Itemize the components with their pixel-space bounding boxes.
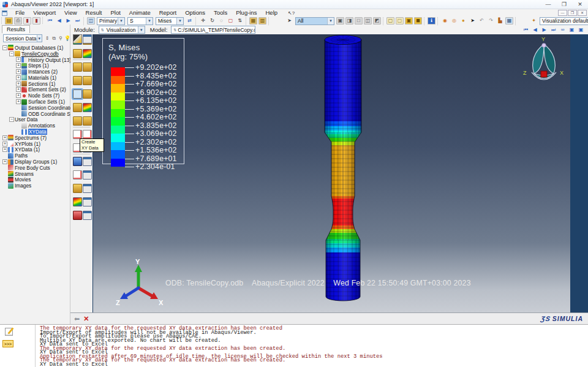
annotate-icon[interactable] [73,34,82,44]
maximize-button[interactable]: ❐ [556,0,572,9]
context-help-icon[interactable]: ↖? [288,10,295,16]
animate-time-history-icon[interactable] [73,130,82,139]
plot-material-orientations-icon[interactable] [73,103,82,112]
magnify-view-icon[interactable]: ◌ [217,17,225,25]
model-combo[interactable]: ⇅C:/SIMULIA_TEMP/TensileCopy.odb▼ [171,26,255,34]
last-frame-icon[interactable]: ⏭ [74,17,81,25]
orientations-options-icon[interactable] [83,103,92,112]
menu-viewport[interactable]: Viewport [29,9,60,16]
create-display-group-icon[interactable] [73,170,82,180]
last-image-icon[interactable]: ⏭ [549,26,557,34]
snapshot-icon[interactable]: ▣ [577,26,585,34]
message-area[interactable]: >>> The temporary XY data for the reques… [0,324,588,367]
tree-item-xydata[interactable]: XYData [0,129,70,135]
menu-animate[interactable]: Animate [125,9,155,16]
first-image-icon[interactable]: ⏮ [522,26,530,34]
sync-viewports-icon[interactable]: ⇄ [186,17,194,25]
tips-icon[interactable]: 💡 [64,35,70,42]
previous-image-icon[interactable]: ◀ [531,26,539,34]
add-displayed-icon[interactable]: ◨ [345,17,353,25]
render-wireframe-icon[interactable]: ▢ [386,17,394,25]
menu-file[interactable]: File [11,9,29,16]
tree-item-sections-1[interactable]: +Sections (1) [0,81,70,87]
viewport-restore-icon[interactable] [2,10,7,16]
menu-help[interactable]: Help [261,9,282,16]
menu-tools[interactable]: Tools [209,9,232,16]
linked-viewports-icon[interactable]: ∞ [559,26,567,34]
query-icon[interactable]: ▦ [249,17,257,25]
tree-expander-icon[interactable]: + [2,159,7,164]
xy-data-manager-icon[interactable] [83,184,92,193]
either-displayed-icon[interactable]: ◩ [373,17,381,25]
stream-manager-icon[interactable] [83,34,92,44]
tree-item-display-groups-1[interactable]: +Display Groups (1) [0,159,70,165]
create-xy-data-icon[interactable] [73,184,82,193]
animate-scale-factor-icon[interactable] [83,130,92,139]
defaults-manager-icon[interactable]: ✦ [530,17,538,25]
tree-item-xyplots-1[interactable]: +XYPlots (1) [0,141,70,147]
tree-item-steps-1[interactable]: +Steps (1) [0,62,70,69]
tree-expander-icon[interactable]: + [16,57,21,62]
previous-frame-icon[interactable]: ◀ [55,17,63,25]
tree-item-surface-sets-1[interactable]: +Surface Sets (1) [0,99,70,105]
minimize-button[interactable]: — [540,0,556,9]
primary-variable-combo[interactable]: Primary▼ [97,17,125,25]
contour-options-icon[interactable] [83,49,92,58]
print-icon[interactable]: ⎙ [14,17,22,25]
viewport-canvas[interactable]: S, Mises (Avg: 75%) +9.202e+02+8.435e+02… [93,34,570,312]
module-combo[interactable]: ⇅Visualization▼ [99,26,145,34]
job-manager-icon[interactable]: ▦ [505,17,513,25]
plot-contours-icon[interactable] [73,89,82,99]
tree-item-output-databases-1[interactable]: −Output Databases (1) [0,45,70,51]
invariant-combo[interactable]: Mises▼ [156,17,184,25]
tree-expander-icon[interactable]: − [2,45,7,50]
tree-item-spectrums-7[interactable]: +Spectrums (7) [0,135,70,141]
menu-plugins[interactable]: Plug-ins [232,9,261,16]
first-frame-icon[interactable]: ⏮ [46,17,54,25]
plot-state-options-icon[interactable] [83,116,92,126]
plot-symbols-icon[interactable] [83,89,92,99]
close-button[interactable]: ✕ [572,0,588,9]
view-compass[interactable]: Y Z X [518,36,570,93]
display-group-manager-icon[interactable] [83,170,92,180]
free-body-cut-manager-icon[interactable] [83,211,92,220]
allow-multiple-plot-states-icon[interactable] [73,116,82,126]
cycle-views-icon[interactable]: ⇅ [236,17,244,25]
tree-item-streams[interactable]: Streams [0,171,70,177]
next-frame-icon[interactable]: ▶ [64,17,72,25]
plot-deformed-shape-icon[interactable] [83,62,92,72]
tree-item-user-data[interactable]: −User Data [0,117,70,123]
tree-expander-icon[interactable]: + [16,93,21,98]
results-tab[interactable]: Results [2,25,30,33]
select-entity-icon[interactable]: ➤ [469,17,477,25]
tree-expander-icon[interactable]: + [16,69,21,74]
tree-expander-icon[interactable]: + [2,142,7,146]
variable-combo[interactable]: S▼ [127,17,153,25]
tree-expander-icon[interactable]: − [9,117,14,122]
remove-displayed-icon[interactable]: □ [355,17,363,25]
tree-expander-icon[interactable]: + [2,135,7,140]
tree-item-odb-coordinate-systems[interactable]: ODB Coordinate Systems [0,111,70,117]
pointer-icon[interactable]: ➤ [285,17,293,25]
open-odb-icon[interactable]: ▤ [5,17,13,25]
undo-icon[interactable]: ↶ [478,17,486,25]
child-close-button[interactable]: ✕ [578,10,587,16]
superimpose-plots-icon[interactable]: ◉ [441,17,449,25]
search-tree-icon[interactable]: ⚲ [58,35,64,42]
child-restore-button[interactable]: ❐ [568,10,577,16]
create-field-output-icon[interactable] [73,197,82,206]
attach-file-icon[interactable]: ▮ [23,17,31,25]
menu-result[interactable]: Result [81,9,107,16]
menu-view[interactable]: View [60,9,81,16]
plot-contours-list-icon[interactable] [83,76,92,85]
message-log-icon[interactable] [5,328,13,336]
create-free-body-cut-icon[interactable] [73,211,82,220]
tree-item-tensilecopy-odb[interactable]: −TensileCopy.odb [0,51,70,57]
tree-item-annotations[interactable]: Annotations [0,123,70,129]
save-animation-icon[interactable]: ▣ [568,26,576,34]
command-prompt-icon[interactable]: >>> [2,340,13,347]
attach-odb-icon[interactable]: ▮ [32,17,40,25]
render-shaded-icon[interactable]: ▣ [405,17,413,25]
tree-item-session-coordinate-systems[interactable]: Session Coordinate Systems [0,105,70,111]
display-group-combo[interactable]: All▼ [295,17,334,25]
